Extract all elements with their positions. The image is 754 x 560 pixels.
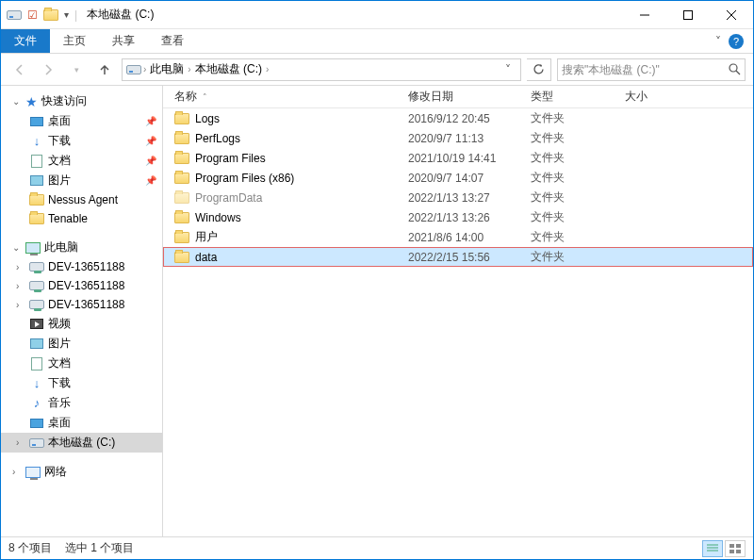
expand-icon[interactable]: › bbox=[12, 467, 22, 477]
downloads-icon: ↓ bbox=[29, 134, 44, 149]
file-row[interactable]: PerfLogs2020/9/7 11:13文件夹 bbox=[163, 128, 753, 148]
sidebar-item[interactable]: ›DEV-13651188 bbox=[1, 257, 162, 276]
expand-icon[interactable]: ⌄ bbox=[12, 96, 22, 107]
status-bar: 8 个项目 选中 1 个项目 bbox=[1, 536, 753, 559]
breadcrumb[interactable]: › 此电脑 › 本地磁盘 (C:) › ˅ bbox=[122, 58, 521, 81]
sidebar-item[interactable]: ›本地磁盘 (C:) bbox=[1, 433, 162, 453]
sidebar-item-label: 桌面 bbox=[48, 415, 71, 431]
file-date: 2016/9/12 20:45 bbox=[408, 112, 531, 125]
expand-icon[interactable]: › bbox=[16, 262, 25, 272]
sidebar-item[interactable]: ↓下载📌 bbox=[1, 131, 162, 151]
title-bar: ☑ ▾ | 本地磁盘 (C:) bbox=[1, 1, 753, 29]
file-type: 文件夹 bbox=[531, 170, 625, 186]
search-input[interactable] bbox=[562, 63, 729, 76]
sidebar-item-label: DEV-13651188 bbox=[48, 298, 124, 311]
expand-icon[interactable]: › bbox=[16, 281, 25, 291]
nav-recent-button[interactable]: ▾ bbox=[65, 58, 88, 81]
nav-group-network: › 网络 bbox=[1, 462, 162, 482]
desktop-icon bbox=[29, 416, 44, 431]
folder-icon bbox=[174, 250, 189, 265]
folder-icon bbox=[174, 151, 189, 166]
maximize-button[interactable] bbox=[666, 1, 710, 29]
sidebar-item[interactable]: 图片📌 bbox=[1, 171, 162, 190]
file-row[interactable]: Windows2022/1/13 13:26文件夹 bbox=[163, 207, 753, 227]
sidebar-item[interactable]: ↓下载 bbox=[1, 373, 162, 393]
file-date: 2021/10/19 14:41 bbox=[408, 152, 531, 165]
sidebar-item[interactable]: ›DEV-13651188 bbox=[1, 295, 162, 314]
file-type: 文件夹 bbox=[531, 110, 625, 126]
close-button[interactable] bbox=[710, 1, 753, 29]
nav-quick-access[interactable]: ⌄ ★ 快速访问 bbox=[1, 91, 162, 111]
nav-up-button[interactable] bbox=[93, 58, 116, 81]
expand-icon[interactable]: › bbox=[16, 300, 25, 310]
column-name[interactable]: 名称 ˄ bbox=[171, 89, 408, 105]
column-date[interactable]: 修改日期 bbox=[408, 89, 531, 105]
nav-label: 快速访问 bbox=[41, 93, 87, 109]
help-icon[interactable]: ? bbox=[729, 34, 744, 49]
pictures-icon bbox=[29, 173, 44, 189]
explorer-icon bbox=[7, 8, 22, 23]
pictures-icon bbox=[29, 337, 44, 352]
sidebar-item[interactable]: 桌面📌 bbox=[1, 111, 162, 131]
sidebar-item[interactable]: 图片 bbox=[1, 334, 162, 354]
breadcrumb-sep-icon[interactable]: › bbox=[188, 64, 190, 74]
expand-icon[interactable]: › bbox=[16, 437, 25, 448]
breadcrumb-local-disk-c[interactable]: 本地磁盘 (C:) bbox=[193, 61, 264, 77]
icons-view-button[interactable] bbox=[725, 540, 746, 557]
qat-checkbox-icon[interactable]: ☑ bbox=[27, 8, 38, 22]
search-box[interactable] bbox=[557, 58, 746, 81]
breadcrumb-this-pc[interactable]: 此电脑 bbox=[148, 61, 186, 77]
tab-view[interactable]: 查看 bbox=[148, 29, 197, 53]
search-icon[interactable] bbox=[729, 63, 741, 75]
breadcrumb-dropdown-icon[interactable]: ˅ bbox=[500, 63, 516, 76]
sidebar-item[interactable]: 文档📌 bbox=[1, 151, 162, 171]
breadcrumb-sep-icon[interactable]: › bbox=[143, 64, 146, 74]
address-bar: ▾ › 此电脑 › 本地磁盘 (C:) › ˅ bbox=[1, 54, 753, 86]
sidebar-item-label: 桌面 bbox=[48, 113, 71, 129]
sidebar-item[interactable]: 桌面 bbox=[1, 413, 162, 433]
column-type[interactable]: 类型 bbox=[531, 89, 625, 105]
nav-back-button[interactable] bbox=[8, 58, 31, 81]
file-row[interactable]: 用户2021/8/6 14:00文件夹 bbox=[163, 227, 753, 247]
tab-share[interactable]: 共享 bbox=[99, 29, 148, 53]
sidebar-item[interactable]: Nessus Agent bbox=[1, 190, 162, 209]
this-pc-icon bbox=[25, 240, 41, 255]
file-row[interactable]: ProgramData2022/1/13 13:27文件夹 bbox=[163, 188, 753, 207]
music-icon: ♪ bbox=[29, 396, 44, 411]
qat-overflow-icon[interactable]: ▾ bbox=[64, 9, 69, 20]
window-title: 本地磁盘 (C:) bbox=[83, 7, 154, 23]
sidebar-item[interactable]: ♪音乐 bbox=[1, 393, 162, 413]
sidebar-item[interactable]: 文档 bbox=[1, 354, 162, 373]
tab-home[interactable]: 主页 bbox=[50, 29, 99, 53]
qat-folder-icon[interactable] bbox=[43, 8, 58, 23]
navigation-pane[interactable]: ⌄ ★ 快速访问 桌面📌↓下载📌文档📌图片📌Nessus AgentTenabl… bbox=[1, 86, 163, 536]
breadcrumb-sep-icon[interactable]: › bbox=[266, 64, 269, 74]
expand-icon[interactable]: ⌄ bbox=[12, 242, 22, 253]
nav-label: 网络 bbox=[44, 464, 67, 480]
sidebar-item-label: 下载 bbox=[48, 375, 71, 391]
disk-icon bbox=[29, 436, 44, 451]
sidebar-item[interactable]: ›DEV-13651188 bbox=[1, 276, 162, 295]
status-selection-count: 选中 1 个项目 bbox=[65, 540, 134, 556]
nav-network[interactable]: › 网络 bbox=[1, 462, 162, 482]
sidebar-item-label: 图片 bbox=[48, 336, 71, 352]
file-row[interactable]: Logs2016/9/12 20:45文件夹 bbox=[163, 108, 753, 128]
sidebar-item[interactable]: Tenable bbox=[1, 209, 162, 228]
column-size[interactable]: 大小 bbox=[625, 89, 753, 105]
sidebar-item[interactable]: 视频 bbox=[1, 314, 162, 334]
file-type: 文件夹 bbox=[531, 249, 625, 265]
nav-this-pc[interactable]: ⌄ 此电脑 bbox=[1, 238, 162, 257]
file-list[interactable]: Logs2016/9/12 20:45文件夹PerfLogs2020/9/7 1… bbox=[163, 108, 753, 536]
minimize-button[interactable] bbox=[623, 1, 666, 29]
file-row[interactable]: Program Files (x86)2020/9/7 14:07文件夹 bbox=[163, 168, 753, 188]
details-view-button[interactable] bbox=[702, 540, 723, 557]
sort-indicator-icon: ˄ bbox=[203, 92, 207, 102]
ribbon-expand-icon[interactable]: ˅ bbox=[715, 35, 721, 48]
refresh-button[interactable] bbox=[527, 58, 551, 81]
file-row[interactable]: data2022/2/15 15:56文件夹 bbox=[163, 247, 753, 267]
file-row[interactable]: Program Files2021/10/19 14:41文件夹 bbox=[163, 148, 753, 168]
nav-forward-button[interactable] bbox=[37, 58, 59, 81]
pin-icon: 📌 bbox=[145, 136, 156, 146]
tab-file[interactable]: 文件 bbox=[1, 29, 50, 53]
status-item-count: 8 个项目 bbox=[8, 540, 52, 556]
